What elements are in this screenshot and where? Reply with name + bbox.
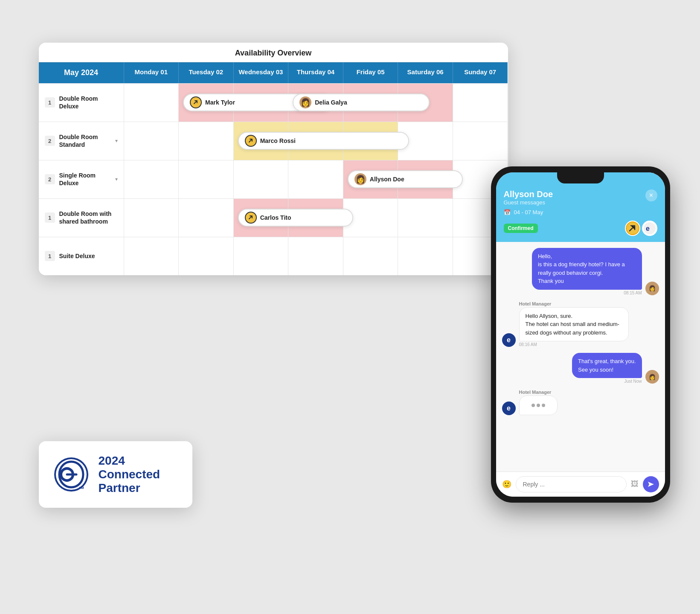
booking-arrow-icon xyxy=(190,96,202,108)
header-day-4: Friday 05 xyxy=(343,62,398,83)
calendar-card: Availability Overview May 2024 Monday 01… xyxy=(39,43,508,275)
room-name-0: Double Room Deluxe xyxy=(59,95,118,110)
message-0: 👩 Hello,is this a dog friendly hotel? I … xyxy=(502,248,659,295)
cell-1-wed[interactable]: Marco Rossi xyxy=(234,122,289,160)
dot-1 xyxy=(532,404,535,407)
room-name-1: Double Room Standard xyxy=(59,133,111,148)
cell-0-mon[interactable] xyxy=(124,83,179,122)
booking-guest-name-4: Allyson Doe xyxy=(370,176,404,183)
header-day-0: Monday 01 xyxy=(124,62,179,83)
cell-3-tue[interactable] xyxy=(179,198,234,237)
message-1: e Hotel Manager Hello Allyson, sure.The … xyxy=(502,301,659,347)
room-num-2: 2 xyxy=(45,174,55,184)
cell-4-tue[interactable] xyxy=(179,237,234,275)
room-name-2: Single Room Deluxe xyxy=(59,172,111,187)
allyson-photo: 👩 xyxy=(354,173,366,185)
cell-4-sat[interactable] xyxy=(398,237,453,275)
confirmed-badge: Confirmed xyxy=(504,224,538,233)
room-num-1: 2 xyxy=(45,136,55,146)
e-logo: e xyxy=(642,221,657,236)
guest-avatar-0: 👩 xyxy=(645,282,659,295)
room-label-0: 1 Double Room Deluxe xyxy=(39,83,124,122)
room-label-3: 1 Double Room with shared bathroom xyxy=(39,198,124,237)
dot-2 xyxy=(537,404,540,407)
typing-bubble xyxy=(519,396,558,415)
header-month: May 2024 xyxy=(39,62,124,83)
booking-guest-name-2: Delia Galya xyxy=(315,99,347,106)
hotel-avatar-1: e xyxy=(502,333,516,347)
header-day-6: Sunday 07 xyxy=(453,62,508,83)
expand-icon-2[interactable]: ▾ xyxy=(115,176,118,182)
cell-3-mon[interactable] xyxy=(124,198,179,237)
reply-input[interactable] xyxy=(516,476,627,492)
hotel-avatar-3: e xyxy=(502,402,516,415)
send-button[interactable] xyxy=(643,476,659,492)
phone-screen: Allyson Doe Guest messages × 📅 04 - 07 M… xyxy=(496,172,665,497)
partner-text: 2024 Connected Partner xyxy=(99,454,160,495)
chat-messages: 👩 Hello,is this a dog friendly hotel? I … xyxy=(496,242,665,471)
cell-1-sun[interactable] xyxy=(453,122,508,160)
chat-subtitle: Guest messages xyxy=(504,199,553,206)
room-num-0: 1 xyxy=(45,97,55,108)
booking-guest-name-5: Carlos Tito xyxy=(260,214,291,221)
booking-guest-name-3: Marco Rossi xyxy=(260,137,296,144)
partner-logo: TM xyxy=(54,457,88,492)
msg-text-0: Hello,is this a dog friendly hotel? I ha… xyxy=(532,248,642,290)
cell-4-fri[interactable] xyxy=(343,237,398,275)
header-day-5: Saturday 06 xyxy=(398,62,453,83)
cell-1-mon[interactable] xyxy=(124,122,179,160)
cell-2-thu[interactable] xyxy=(288,160,343,198)
msg-time-0: 08:15 AM xyxy=(532,291,642,295)
cell-3-sat[interactable] xyxy=(398,198,453,237)
expand-icon-1[interactable]: ▾ xyxy=(115,138,118,144)
guest-avatar-2: 👩 xyxy=(645,370,659,384)
booking-delia-galya[interactable]: 👩 Delia Galya xyxy=(293,93,430,111)
cell-4-thu[interactable] xyxy=(288,237,343,275)
cell-1-tue[interactable] xyxy=(179,122,234,160)
msg-sender-3: Hotel Manager xyxy=(519,390,558,395)
room-label-2: 2 Single Room Deluxe ▾ xyxy=(39,160,124,198)
message-2: 👩 That's great, thank you.See you soon! … xyxy=(502,353,659,384)
booking-allyson-doe[interactable]: 👩 Allyson Doe xyxy=(348,170,463,188)
booking-carlos-tito[interactable]: Carlos Tito xyxy=(238,209,353,227)
cell-2-wed[interactable] xyxy=(234,160,289,198)
delia-photo: 👩 xyxy=(299,96,311,108)
chat-guest-name: Allyson Doe xyxy=(504,189,553,199)
cell-4-mon[interactable] xyxy=(124,237,179,275)
room-num-4: 1 xyxy=(45,251,55,261)
booking-guest-name: Mark Tylor xyxy=(205,99,235,106)
cell-3-wed[interactable]: Carlos Tito xyxy=(234,198,289,237)
room-label-1: 2 Double Room Standard ▾ xyxy=(39,122,124,160)
msg-time-2: Just Now xyxy=(572,379,642,384)
cell-2-mon[interactable] xyxy=(124,160,179,198)
msg-time-1: 08:16 AM xyxy=(519,342,629,347)
emoji-icon[interactable]: 🙂 xyxy=(502,480,511,489)
arrow-logo xyxy=(625,221,640,236)
header-day-3: Thursday 04 xyxy=(288,62,343,83)
booking-arrow-icon-2 xyxy=(245,135,257,147)
phone-wrapper: Allyson Doe Guest messages × 📅 04 - 07 M… xyxy=(491,166,670,503)
msg-text-1: Hello Allyson, sure.The hotel can host s… xyxy=(519,307,629,342)
booking-marco-rossi[interactable]: Marco Rossi xyxy=(238,132,409,150)
booking-arrow-icon-3 xyxy=(245,212,257,224)
calendar-icon: 📅 xyxy=(504,209,511,215)
cell-0-tue[interactable]: Mark Tylor xyxy=(179,83,234,122)
header-day-2: Wednesday 03 xyxy=(234,62,289,83)
cell-0-thu[interactable]: 👩 Delia Galya xyxy=(288,83,343,122)
phone-frame: Allyson Doe Guest messages × 📅 04 - 07 M… xyxy=(491,166,670,503)
msg-sender-1: Hotel Manager xyxy=(519,301,629,306)
chat-logos: e xyxy=(625,221,657,236)
partner-card: TM 2024 Connected Partner xyxy=(39,441,192,508)
calendar-grid: May 2024 Monday 01 Tuesday 02 Wednesday … xyxy=(39,62,508,275)
message-3: e Hotel Manager xyxy=(502,390,659,415)
close-button[interactable]: × xyxy=(645,189,657,201)
cell-4-wed[interactable] xyxy=(234,237,289,275)
image-icon[interactable]: 🖼 xyxy=(631,480,639,489)
header-day-1: Tuesday 02 xyxy=(179,62,234,83)
cell-2-fri[interactable]: 👩 Allyson Doe xyxy=(343,160,398,198)
cell-2-tue[interactable] xyxy=(179,160,234,198)
chat-input-bar: 🙂 🖼 xyxy=(496,471,665,497)
svg-text:TM: TM xyxy=(79,486,84,490)
phone-notch xyxy=(557,172,604,183)
cell-0-sun[interactable] xyxy=(453,83,508,122)
